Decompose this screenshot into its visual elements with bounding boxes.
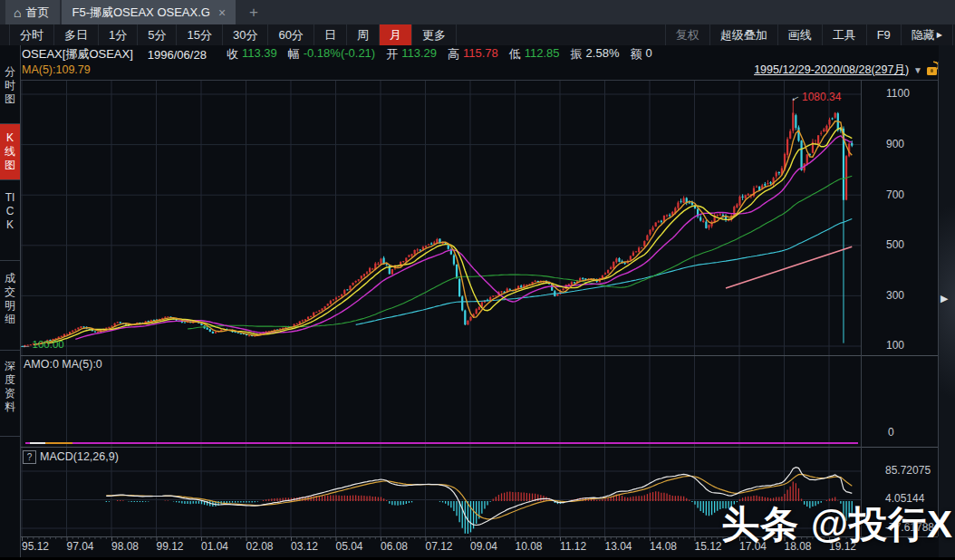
toolbar-tool-2[interactable]: 画线 <box>778 24 823 45</box>
period-toolbar: 分时多日1分5分15分30分60分日周月更多 复权超级叠加画线工具F9隐藏▶ <box>0 24 955 45</box>
chart-tab-label: F5-挪威OSEAX OSEAX.G <box>72 5 209 21</box>
info-value-4: 112.85 <box>525 46 560 63</box>
toolbar-tool-1[interactable]: 超级叠加 <box>710 24 778 45</box>
toolbar-period-5[interactable]: 30分 <box>223 24 268 45</box>
toolbar-period-1[interactable]: 多日 <box>54 24 99 45</box>
home-tab-label: 首页 <box>25 5 49 21</box>
toolbar-period-10[interactable]: 更多 <box>412 24 457 45</box>
info-label-0: 收 <box>227 46 238 63</box>
macd-indicator-label[interactable]: MACD(12,26,9) <box>40 450 119 463</box>
first-close-marker: ←100.00 <box>21 339 64 350</box>
toolbar-tool-3[interactable]: 工具 <box>823 24 867 45</box>
watermark: 头条 @投行X <box>721 499 953 550</box>
info-value-5: 2.58% <box>586 46 620 63</box>
sidebar-divider <box>20 45 21 557</box>
toolbar-period-4[interactable]: 15分 <box>177 24 222 45</box>
info-label-4: 低 <box>509 46 521 63</box>
date-range-label[interactable]: 1995/12/29-2020/08/28(297月) <box>754 63 909 78</box>
sidebar-item-0[interactable]: 分时图 <box>0 54 20 124</box>
toolbar-period-9[interactable]: 月 <box>380 24 412 45</box>
close-tab-icon[interactable]: × <box>218 5 226 20</box>
toolbar-period-6[interactable]: 60分 <box>268 24 314 45</box>
toolbar-period-2[interactable]: 1分 <box>99 24 138 45</box>
info-value-3: 115.78 <box>463 46 498 63</box>
toolbar-period-0[interactable]: 分时 <box>9 24 54 45</box>
toolbar-tool-4[interactable]: F9 <box>867 24 902 45</box>
quote-fields: 收113.39幅-0.18%(-0.21)开113.29高115.78低112.… <box>216 46 652 63</box>
tab-bar: ⌂ 首页 F5-挪威OSEAX OSEAX.G × + <box>0 0 955 24</box>
toolbar-period-7[interactable]: 日 <box>314 24 347 45</box>
toolbar-period-3[interactable]: 5分 <box>138 24 177 45</box>
high-price-marker: ←1080.34 <box>789 91 841 103</box>
info-value-0: 113.39 <box>242 46 277 63</box>
amo-indicator-label[interactable]: AMO:0 MA(5):0 <box>24 358 102 371</box>
amount-panel-chart[interactable] <box>20 355 861 447</box>
quote-info-bar: OSEAX[挪威OSEAX] 1996/06/28 收113.39幅-0.18%… <box>22 47 652 62</box>
symbol-name: OSEAX[挪威OSEAX] <box>22 46 133 63</box>
help-icon[interactable]: ? <box>23 450 36 464</box>
submenu-arrow-icon: ▶ <box>937 31 942 39</box>
chart-tab[interactable]: F5-挪威OSEAX OSEAX.G × <box>62 0 236 24</box>
left-arrow-icon: ← <box>21 339 32 350</box>
panel-divider <box>20 355 938 356</box>
info-value-2: 113.29 <box>401 46 437 63</box>
expand-panel-icon[interactable]: ▶ <box>941 293 948 304</box>
date-range-selector[interactable]: 1995/12/29-2020/08/28(297月) ▼ <box>754 62 937 78</box>
lock-icon[interactable] <box>927 67 937 75</box>
toolbar-tools: 复权超级叠加画线工具F9隐藏▶ <box>665 24 953 45</box>
panel-divider <box>20 80 938 81</box>
chevron-down-icon[interactable]: ▼ <box>913 65 922 75</box>
toolbar-period-8[interactable]: 周 <box>347 24 380 45</box>
sidebar-item-2[interactable]: TICK <box>0 180 20 261</box>
price-axis-divider <box>861 80 862 536</box>
info-label-3: 高 <box>448 46 459 63</box>
toolbar-periods: 分时多日1分5分15分30分60分日周月更多 <box>9 24 457 45</box>
sidebar-item-3[interactable]: 成交明细 <box>0 261 20 351</box>
ma-legend: MA(5):109.79 <box>22 63 91 76</box>
toolbar-tool-0[interactable]: 复权 <box>665 24 710 45</box>
info-label-1: 幅 <box>288 46 300 63</box>
candlestick-chart[interactable] <box>20 80 861 355</box>
info-label-6: 额 <box>630 46 641 63</box>
info-value-6: 0 <box>645 46 651 63</box>
info-label-5: 振 <box>571 46 583 63</box>
panel-divider <box>20 447 938 448</box>
home-tab[interactable]: ⌂ 首页 <box>5 0 60 24</box>
left-arrow-icon: ← <box>786 89 802 105</box>
quote-date: 1996/06/28 <box>148 48 207 62</box>
home-icon: ⌂ <box>14 5 21 20</box>
new-tab-button[interactable]: + <box>236 0 272 24</box>
info-label-2: 开 <box>386 46 398 63</box>
sidebar-item-4[interactable]: 深度资料 <box>0 351 20 437</box>
info-value-1: -0.18%(-0.21) <box>304 46 375 63</box>
sidebar-item-1[interactable]: K线图 <box>0 124 20 180</box>
toolbar-tool-5[interactable]: 隐藏▶ <box>902 24 953 45</box>
